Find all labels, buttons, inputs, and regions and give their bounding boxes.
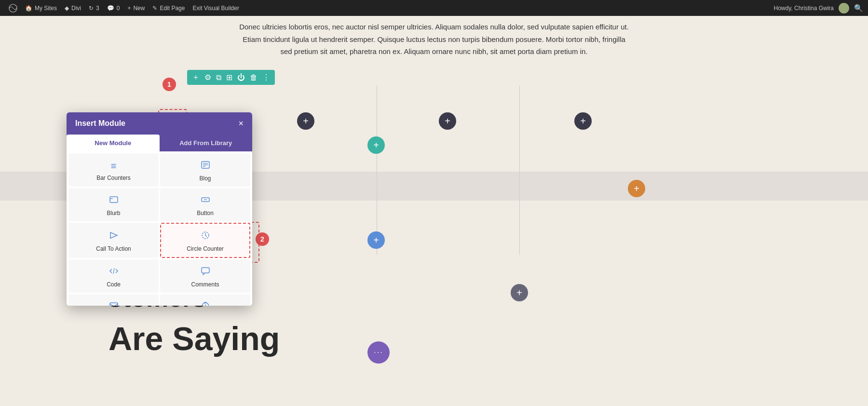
add-btn-blue-mid[interactable]: + <box>367 231 385 249</box>
bar-counters-icon: ≡ <box>111 161 117 172</box>
bar-counters-label: Bar Counters <box>96 175 131 181</box>
module-item-call-to-action[interactable]: Call To Action <box>68 223 159 258</box>
add-btn-section-2[interactable]: + <box>297 112 314 130</box>
modal-title: Insert Module <box>75 119 125 128</box>
my-sites-menu[interactable]: 🏠 My Sites <box>21 5 61 12</box>
tab-add-from-library[interactable]: Add From Library <box>160 135 253 151</box>
section-toolbar: ＋ ⚙ ⧉ ⊞ ⏻ 🗑 ⋮ <box>187 70 275 85</box>
button-label: Button <box>197 210 214 217</box>
comments-icon <box>201 266 210 278</box>
comment-icon: 💬 <box>107 5 114 12</box>
are-saying-text: Are Saying <box>108 320 280 357</box>
body-paragraph: Donec ultricies lobortis eros, nec aucto… <box>236 21 632 58</box>
edit-page-button[interactable]: ✎ Edit Page <box>149 5 189 12</box>
add-btn-section-3[interactable]: + <box>439 112 456 130</box>
toolbar-copy-icon[interactable]: ⧉ <box>216 73 221 82</box>
pencil-icon: ✎ <box>152 5 157 12</box>
comments-count: 0 <box>117 5 120 12</box>
module-item-countdown-timer[interactable]: Countdown Timer <box>160 294 250 306</box>
refresh-count: 3 <box>96 5 99 12</box>
code-label: Code <box>107 281 121 288</box>
vline-2 <box>519 86 520 255</box>
new-label: New <box>133 5 145 12</box>
module-item-bar-counters[interactable]: ≡ Bar Counters <box>68 153 159 187</box>
module-grid: ≡ Bar Counters Blog Blurb <box>68 153 250 306</box>
user-avatar[interactable] <box>839 3 849 14</box>
svg-line-11 <box>113 268 114 274</box>
blog-label: Blog <box>199 175 211 182</box>
modal-close-button[interactable]: × <box>238 119 244 128</box>
code-icon <box>109 266 119 278</box>
modal-body: ≡ Bar Counters Blog Blurb <box>67 151 252 306</box>
badge-2: 2 <box>256 232 269 246</box>
new-button[interactable]: + New <box>123 5 149 12</box>
refresh-icon: ↻ <box>89 5 94 12</box>
comments-button[interactable]: 💬 0 <box>103 5 124 12</box>
edit-page-label: Edit Page <box>160 5 185 12</box>
add-btn-orange[interactable]: + <box>628 180 645 197</box>
add-btn-dots[interactable]: ··· <box>367 341 390 364</box>
add-btn-gray[interactable]: + <box>511 284 528 301</box>
refresh-button[interactable]: ↻ 3 <box>85 5 103 12</box>
cta-icon <box>109 230 119 243</box>
comments-label: Comments <box>191 281 219 288</box>
divi-label: Divi <box>71 5 81 12</box>
page-body-text: Donec ultricies lobortis eros, nec aucto… <box>236 16 632 58</box>
user-greeting: Howdy, Christina Gwira <box>774 5 834 12</box>
blurb-icon <box>109 195 119 207</box>
top-bar: 🏠 My Sites ◆ Divi ↻ 3 💬 0 + New ✎ Edit P… <box>0 0 868 16</box>
circle-counter-label: Circle Counter <box>187 245 224 252</box>
vline-1 <box>377 86 377 255</box>
blog-icon <box>201 160 210 172</box>
modal-header: Insert Module × <box>67 112 252 135</box>
exit-builder-button[interactable]: Exit Visual Builder <box>189 5 243 12</box>
toolbar-layout-icon[interactable]: ⊞ <box>226 73 232 82</box>
module-item-blog[interactable]: Blog <box>160 153 250 187</box>
wordpress-logo[interactable] <box>5 4 21 13</box>
toolbar-settings-icon[interactable]: ⚙ <box>204 73 211 82</box>
blurb-label: Blurb <box>107 210 120 217</box>
cta-label: Call To Action <box>96 245 131 252</box>
my-sites-icon: 🏠 <box>25 5 32 12</box>
add-btn-teal-1[interactable]: + <box>367 136 385 154</box>
modal-tabs: New Module Add From Library <box>67 135 252 151</box>
main-content: Donec ultricies lobortis eros, nec aucto… <box>0 16 868 406</box>
module-item-button[interactable]: Button <box>160 188 250 221</box>
module-item-circle-counter[interactable]: Circle Counter <box>160 223 250 258</box>
exit-label: Exit Visual Builder <box>192 5 239 12</box>
toolbar-delete-icon[interactable]: 🗑 <box>250 73 258 82</box>
insert-module-modal: Insert Module × New Module Add From Libr… <box>67 112 252 306</box>
countdown-timer-icon <box>201 301 210 306</box>
module-item-code[interactable]: Code <box>68 259 159 293</box>
svg-rect-12 <box>202 268 209 273</box>
badge-1: 1 <box>163 78 176 91</box>
module-item-contact-form[interactable]: Contact Form <box>68 294 159 306</box>
top-bar-right: Howdy, Christina Gwira 🔍 <box>774 3 863 14</box>
module-item-comments[interactable]: Comments <box>160 259 250 293</box>
svg-rect-13 <box>110 303 118 306</box>
circle-counter-icon <box>201 230 210 243</box>
divi-icon: ◆ <box>65 5 69 12</box>
tab-new-module[interactable]: New Module <box>67 135 160 151</box>
divi-menu[interactable]: ◆ Divi <box>61 5 85 12</box>
plus-icon: + <box>127 5 131 12</box>
contact-form-icon <box>109 301 119 306</box>
module-item-blurb[interactable]: Blurb <box>68 188 159 221</box>
svg-rect-5 <box>110 197 118 203</box>
toolbar-add-icon[interactable]: ＋ <box>192 72 200 82</box>
button-icon <box>201 195 210 207</box>
toolbar-power-icon[interactable]: ⏻ <box>237 73 245 82</box>
svg-marker-9 <box>110 232 117 238</box>
add-btn-section-4[interactable]: + <box>574 112 592 130</box>
search-icon[interactable]: 🔍 <box>854 4 863 13</box>
toolbar-more-icon[interactable]: ⋮ <box>262 73 270 82</box>
my-sites-label: My Sites <box>35 5 57 12</box>
